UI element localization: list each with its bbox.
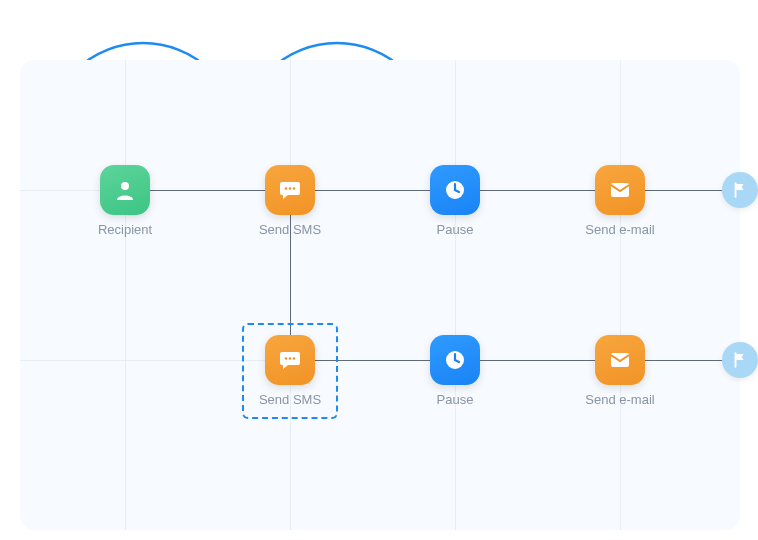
grid-line xyxy=(620,60,621,530)
node-label: Send SMS xyxy=(230,222,350,237)
clock-icon xyxy=(443,348,467,372)
node-send-email[interactable] xyxy=(595,335,645,385)
node-send-email[interactable] xyxy=(595,165,645,215)
node-label: Send SMS xyxy=(230,392,350,407)
connector xyxy=(315,190,430,191)
chat-icon xyxy=(278,348,302,372)
node-send-sms[interactable] xyxy=(265,335,315,385)
flag-icon xyxy=(731,351,749,369)
svg-point-7 xyxy=(289,357,292,360)
node-label: Send e-mail xyxy=(560,392,680,407)
node-pause[interactable] xyxy=(430,165,480,215)
node-label: Send e-mail xyxy=(560,222,680,237)
person-icon xyxy=(113,178,137,202)
node-send-sms[interactable] xyxy=(265,165,315,215)
mail-icon xyxy=(608,348,632,372)
clock-icon xyxy=(443,178,467,202)
endpoint-flag[interactable] xyxy=(722,342,758,378)
node-label: Recipient xyxy=(65,222,185,237)
grid-line xyxy=(455,60,456,530)
chat-icon xyxy=(278,178,302,202)
connector xyxy=(150,190,265,191)
svg-point-6 xyxy=(285,357,288,360)
node-label: Pause xyxy=(395,222,515,237)
endpoint-flag[interactable] xyxy=(722,172,758,208)
svg-point-0 xyxy=(121,182,129,190)
svg-point-1 xyxy=(285,187,288,190)
workflow-canvas[interactable]: Recipient Send SMS Pause Send e-mail xyxy=(20,60,740,530)
svg-point-8 xyxy=(293,357,296,360)
svg-point-3 xyxy=(293,187,296,190)
node-label: Pause xyxy=(395,392,515,407)
connector xyxy=(480,190,595,191)
mail-icon xyxy=(608,178,632,202)
node-pause[interactable] xyxy=(430,335,480,385)
connector xyxy=(480,360,595,361)
svg-point-2 xyxy=(289,187,292,190)
grid-line xyxy=(125,60,126,530)
flag-icon xyxy=(731,181,749,199)
node-recipient[interactable] xyxy=(100,165,150,215)
